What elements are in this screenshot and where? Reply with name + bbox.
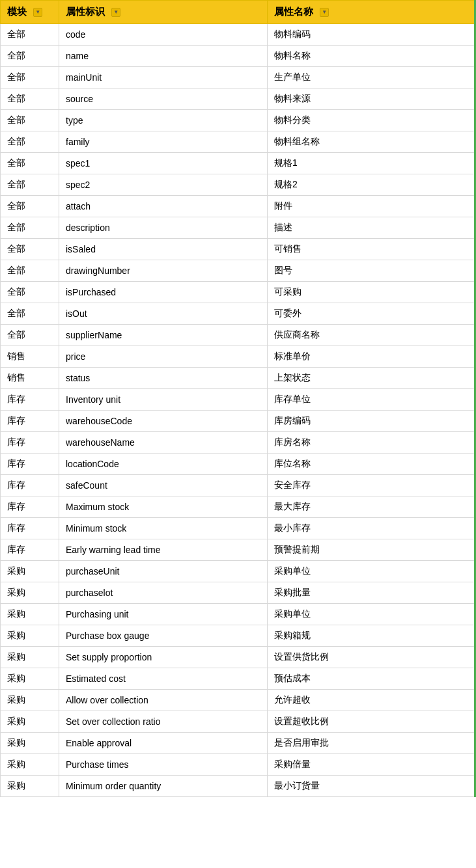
table-row: 采购Estimated cost预估成本 xyxy=(1,668,477,690)
cell-attr-name: 描述 xyxy=(268,217,477,239)
cell-attr-name: 附件 xyxy=(268,196,477,217)
cell-attr-name: 允许超收 xyxy=(268,690,477,711)
table-row: 库存safeCount安全库存 xyxy=(1,475,477,496)
cell-attr-name: 采购批量 xyxy=(268,582,477,604)
cell-attr-name: 设置供货比例 xyxy=(268,647,477,668)
data-table: 模块 属性标识 属性名称 全部code物料编码全部name物料名称全部mainU… xyxy=(0,0,476,797)
table-row: 采购Purchase times采购倍量 xyxy=(1,754,477,776)
cell-attr-name: 最小库存 xyxy=(268,518,477,539)
cell-module: 销售 xyxy=(1,368,59,389)
table-header-row: 模块 属性标识 属性名称 xyxy=(1,1,477,24)
cell-attr-name: 可采购 xyxy=(268,282,477,303)
cell-attr-name: 规格1 xyxy=(268,153,477,174)
table-row: 采购Purchase box gauge采购箱规 xyxy=(1,625,477,647)
cell-module: 全部 xyxy=(1,88,59,110)
table-row: 销售status上架状态 xyxy=(1,368,477,389)
table-row: 全部family物料组名称 xyxy=(1,131,477,153)
table-row: 采购Allow over collection允许超收 xyxy=(1,690,477,711)
cell-attr-id: Set supply proportion xyxy=(59,647,268,668)
cell-attr-id: status xyxy=(59,368,268,389)
cell-attr-name: 物料名称 xyxy=(268,46,477,67)
cell-attr-name: 预警提前期 xyxy=(268,539,477,561)
table-row: 库存Inventory unit库存单位 xyxy=(1,389,477,411)
cell-attr-id: family xyxy=(59,131,268,153)
cell-attr-name: 库房名称 xyxy=(268,432,477,454)
cell-attr-name: 预估成本 xyxy=(268,668,477,690)
cell-attr-name: 采购箱规 xyxy=(268,625,477,647)
table-row: 全部drawingNumber图号 xyxy=(1,260,477,282)
table-row: 库存Early warning lead time预警提前期 xyxy=(1,539,477,561)
cell-attr-id: Minimum order quantity xyxy=(59,776,268,797)
table-row: 采购purchaseUnit采购单位 xyxy=(1,561,477,582)
cell-module: 库存 xyxy=(1,411,59,432)
cell-module: 全部 xyxy=(1,303,59,325)
cell-attr-id: Allow over collection xyxy=(59,690,268,711)
table-row: 全部isSaled可销售 xyxy=(1,239,477,260)
cell-attr-id: Purchasing unit xyxy=(59,604,268,625)
table-row: 采购purchaselot采购批量 xyxy=(1,582,477,604)
table-row: 全部source物料来源 xyxy=(1,88,477,110)
header-module: 模块 xyxy=(1,1,59,24)
table-row: 全部supplierName供应商名称 xyxy=(1,325,477,346)
cell-attr-id: Minimum stock xyxy=(59,518,268,539)
cell-module: 全部 xyxy=(1,217,59,239)
table-row: 采购Set over collection ratio设置超收比例 xyxy=(1,711,477,733)
attr-id-filter-icon[interactable] xyxy=(111,8,120,17)
cell-attr-id: warehouseCode xyxy=(59,411,268,432)
table-row: 全部name物料名称 xyxy=(1,46,477,67)
module-filter-icon[interactable] xyxy=(33,8,42,17)
cell-attr-name: 物料分类 xyxy=(268,110,477,131)
cell-attr-name: 可销售 xyxy=(268,239,477,260)
cell-attr-name: 最小订货量 xyxy=(268,776,477,797)
cell-attr-name: 生产单位 xyxy=(268,67,477,88)
cell-module: 全部 xyxy=(1,46,59,67)
cell-attr-id: description xyxy=(59,217,268,239)
table-row: 采购Enable approval是否启用审批 xyxy=(1,733,477,754)
cell-attr-name: 物料组名称 xyxy=(268,131,477,153)
cell-module: 库存 xyxy=(1,539,59,561)
cell-module: 全部 xyxy=(1,196,59,217)
cell-attr-id: type xyxy=(59,110,268,131)
table-row: 库存Minimum stock最小库存 xyxy=(1,518,477,539)
cell-attr-name: 标准单价 xyxy=(268,346,477,368)
cell-module: 全部 xyxy=(1,131,59,153)
table-row: 库存locationCode库位名称 xyxy=(1,454,477,475)
cell-module: 采购 xyxy=(1,690,59,711)
table-row: 采购Minimum order quantity最小订货量 xyxy=(1,776,477,797)
cell-attr-id: Enable approval xyxy=(59,733,268,754)
table-row: 全部code物料编码 xyxy=(1,24,477,46)
cell-attr-name: 安全库存 xyxy=(268,475,477,496)
table-row: 库存warehouseCode库房编码 xyxy=(1,411,477,432)
cell-attr-id: isOut xyxy=(59,303,268,325)
table-row: 销售price标准单价 xyxy=(1,346,477,368)
cell-module: 采购 xyxy=(1,733,59,754)
cell-module: 库存 xyxy=(1,454,59,475)
cell-module: 库存 xyxy=(1,496,59,518)
cell-attr-id: drawingNumber xyxy=(59,260,268,282)
cell-attr-name: 是否启用审批 xyxy=(268,733,477,754)
cell-module: 采购 xyxy=(1,561,59,582)
cell-module: 采购 xyxy=(1,604,59,625)
cell-module: 全部 xyxy=(1,239,59,260)
cell-attr-id: purchaselot xyxy=(59,582,268,604)
cell-attr-id: attach xyxy=(59,196,268,217)
header-attr-name: 属性名称 xyxy=(268,1,477,24)
cell-attr-id: price xyxy=(59,346,268,368)
cell-attr-id: Set over collection ratio xyxy=(59,711,268,733)
table-row: 全部mainUnit生产单位 xyxy=(1,67,477,88)
header-attr-id: 属性标识 xyxy=(59,1,268,24)
cell-attr-id: warehouseName xyxy=(59,432,268,454)
cell-module: 全部 xyxy=(1,325,59,346)
table-row: 全部attach附件 xyxy=(1,196,477,217)
table-row: 采购Set supply proportion设置供货比例 xyxy=(1,647,477,668)
cell-attr-id: Early warning lead time xyxy=(59,539,268,561)
cell-attr-name: 物料编码 xyxy=(268,24,477,46)
attr-name-filter-icon[interactable] xyxy=(320,8,329,17)
cell-attr-id: locationCode xyxy=(59,454,268,475)
cell-module: 采购 xyxy=(1,754,59,776)
table-row: 全部isOut可委外 xyxy=(1,303,477,325)
table-row: 全部spec1规格1 xyxy=(1,153,477,174)
cell-module: 全部 xyxy=(1,260,59,282)
cell-attr-name: 采购单位 xyxy=(268,561,477,582)
cell-module: 全部 xyxy=(1,67,59,88)
